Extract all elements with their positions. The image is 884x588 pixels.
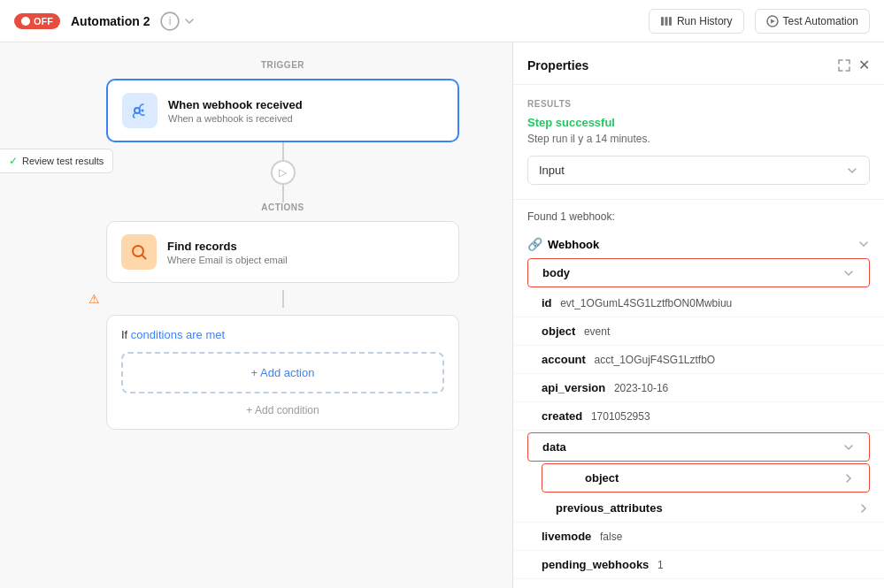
find-records-icon-wrap [121,234,157,270]
flow-area: TRIGGER When webhook received When a web… [0,42,512,588]
livemode-val: false [600,531,622,543]
toggle-dot [21,17,30,26]
add-condition-button[interactable]: + Add condition [121,404,444,416]
object-nested-chevron-icon [842,472,855,485]
prev-attr-chevron-icon [857,502,870,515]
created-tree-item[interactable]: created 1701052953 [513,402,884,431]
close-button[interactable]: ✕ [858,57,870,73]
results-label: RESULTS [527,99,870,109]
run-history-button[interactable]: Run History [649,9,744,34]
right-panel: Properties ✕ RESULTS Step successful Ste… [512,42,884,588]
condition-block: If conditions are met + Add action + Add… [106,315,459,430]
chevron-down-icon [183,15,196,27]
find-records-icon [129,242,149,262]
object-nested-key: object [585,471,619,485]
created-key: created [542,409,582,423]
data-item-left: data [542,440,566,454]
account-key: account [542,353,586,366]
id-val: evt_1OGumL4SG1LztfbON0Mwbiuu [560,297,732,309]
find-records-title: Find records [167,240,444,253]
add-action-button[interactable]: + Add action [121,352,444,393]
find-records-subtitle: Where Email is object email [167,255,444,265]
webhook-tree-icon: 🔗 [527,237,542,251]
object-key: object [542,325,575,338]
svg-point-7 [142,110,144,112]
prev-attr-key: previous_attributes [556,501,663,515]
run-history-icon [660,15,673,27]
properties-title: Properties [527,58,588,73]
svg-point-6 [135,108,140,113]
api-version-val: 2023-10-16 [614,382,668,394]
find-records-card[interactable]: Find records Where Email is object email [106,221,459,283]
object-tree-item[interactable]: object event [513,317,884,346]
find-records-card-text: Find records Where Email is object email [167,240,444,265]
account-item-left: account acct_1OGujF4SG1LztfbO [542,353,715,366]
body-tree-item[interactable]: body [527,258,870,287]
id-item-left: id evt_1OGumL4SG1LztfbON0Mwbiuu [542,296,732,309]
warning-icon: ⚠ [88,292,100,306]
api-version-tree-item[interactable]: api_version 2023-10-16 [513,374,884,402]
toggle-label: OFF [34,16,53,27]
info-icon: i [160,11,180,31]
svg-rect-2 [661,17,664,26]
trigger-label: TRIGGER [106,60,459,70]
object-item-left: object event [542,325,610,338]
review-test-results-tab[interactable]: ✓ Review test results [0,149,113,173]
test-icon [766,15,779,27]
api-version-key: api_version [542,381,605,394]
conditions-link[interactable]: conditions are met [131,328,225,341]
dropdown-chevron-icon [846,164,858,177]
data-key: data [542,440,566,454]
pending-item-left: pending_webhooks 1 [542,558,664,571]
check-icon: ✓ [9,155,18,167]
livemode-item-left: livemode false [542,530,622,543]
webhook-icon [129,100,150,121]
condition-header: If conditions are met [121,328,444,341]
found-webhook-text: Found 1 webhook: [513,200,884,230]
svg-point-8 [133,246,143,256]
run-history-label: Run History [677,15,733,27]
pending-key: pending_webhooks [542,558,649,571]
created-item-left: created 1701052953 [542,409,650,423]
svg-rect-3 [665,17,667,26]
test-automation-button[interactable]: Test Automation [755,9,870,34]
left-panel: ✓ Review test results TRIGGER [0,42,512,588]
input-dropdown[interactable]: Input [527,156,870,185]
svg-text:i: i [169,15,172,27]
prev-attr-tree-item[interactable]: previous_attributes [513,494,884,523]
livemode-tree-item[interactable]: livemode false [513,523,884,551]
expand-icon[interactable] [837,58,851,73]
id-key: id [542,296,552,309]
request-tree-item[interactable]: request [513,579,884,588]
webhook-tree-text: Webhook [548,238,599,251]
automation-title: Automation 2 [71,14,150,28]
topbar: OFF Automation 2 i Run History Test Auto… [0,0,884,42]
pending-val: 1 [657,559,664,571]
webhook-card-text: When webhook received When a webhook is … [168,98,443,124]
webhook-tree-label: 🔗 Webhook [527,237,599,251]
account-val: acct_1OGujF4SG1LztfbO [594,354,715,366]
test-automation-label: Test Automation [783,15,858,27]
title-icons[interactable]: i [160,11,196,31]
svg-rect-4 [669,17,672,26]
object-val: event [584,325,610,338]
connector-circle[interactable]: ▷ [271,160,296,185]
toggle-button[interactable]: OFF [14,13,60,29]
object-nested-tree-item[interactable]: object [542,463,870,493]
condition-prefix: If [121,328,131,341]
step-time: Step run il y a 14 minutes. [527,133,870,145]
body-chevron-icon [842,267,855,279]
webhook-tree-header[interactable]: 🔗 Webhook [513,230,884,258]
connector-1: ▷ [106,142,459,202]
id-tree-item[interactable]: id evt_1OGumL4SG1LztfbON0Mwbiuu [513,289,884,317]
results-section: RESULTS Step successful Step run il y a … [513,85,884,200]
account-tree-item[interactable]: account acct_1OGujF4SG1LztfbO [513,346,884,374]
webhook-trigger-card[interactable]: When webhook received When a webhook is … [106,79,459,142]
data-chevron-icon [842,441,855,454]
pending-tree-item[interactable]: pending_webhooks 1 [513,551,884,579]
right-body: RESULTS Step successful Step run il y a … [513,85,884,588]
webhook-card-title: When webhook received [168,98,443,111]
step-success: Step successful [527,116,870,129]
webhook-icon-wrap [122,93,158,128]
data-tree-item[interactable]: data [527,432,870,462]
